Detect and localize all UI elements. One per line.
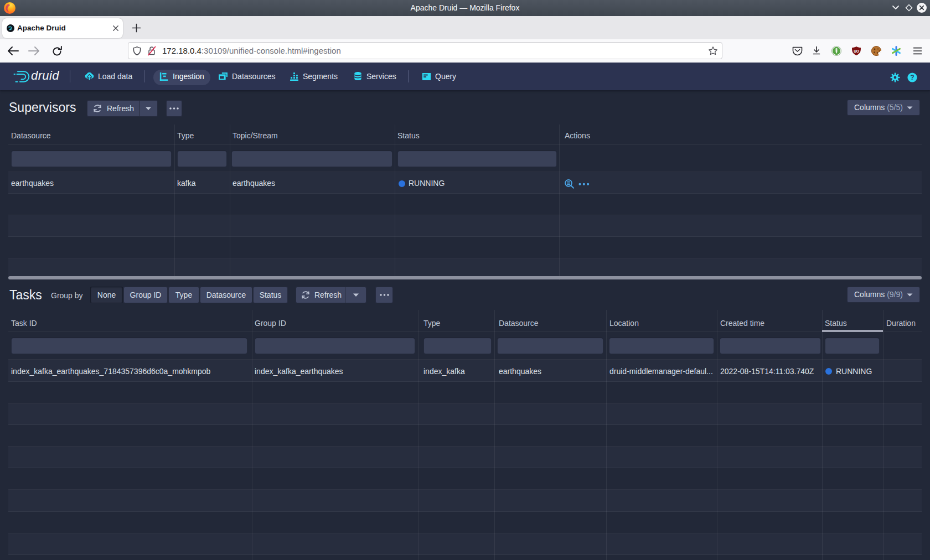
svg-text:?: ?: [910, 74, 914, 81]
svg-text:UO: UO: [854, 49, 859, 53]
